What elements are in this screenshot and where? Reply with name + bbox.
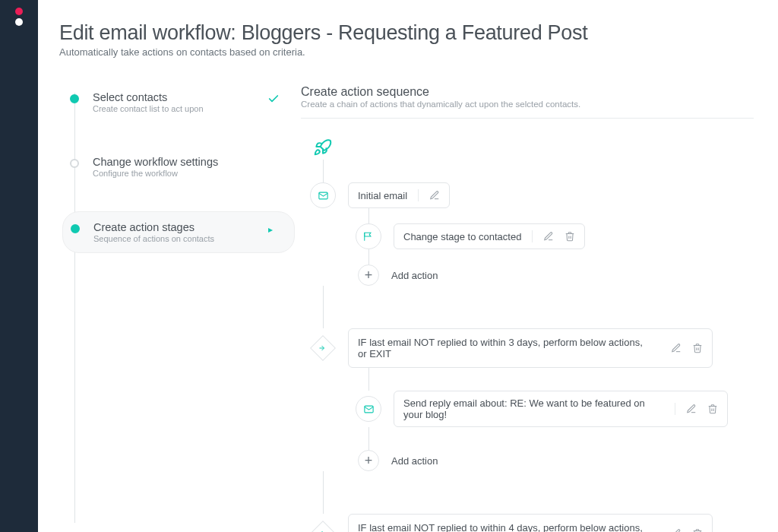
edit-icon[interactable] [543, 231, 554, 242]
mail-icon [310, 182, 336, 208]
brand-dot-white [15, 18, 23, 26]
node-condition-2[interactable]: IF last email NOT replied to within 4 da… [310, 514, 754, 532]
step-create-action-stages[interactable]: Create action stages Sequence of actions… [62, 211, 295, 253]
node-initial-email[interactable]: Initial email [310, 182, 754, 208]
delete-icon[interactable] [707, 404, 718, 414]
flag-icon [356, 223, 381, 249]
check-icon [267, 93, 280, 105]
step-select-contacts[interactable]: Select contacts Create contact list to a… [70, 85, 295, 119]
sequence-title: Create action sequence [301, 85, 754, 99]
step-subtitle: Sequence of actions on contacts [93, 234, 268, 243]
connector-line [368, 368, 369, 391]
node-label: Send reply email about: RE: We want to b… [403, 397, 664, 420]
main-panel: Edit email workflow: Bloggers - Requesti… [38, 0, 778, 532]
add-action-button[interactable]: + Add action [356, 450, 754, 471]
node-label: Initial email [358, 190, 407, 201]
edit-icon[interactable] [686, 404, 697, 414]
stepper: Select contacts Create contact list to a… [59, 85, 295, 532]
node-send-reply-email[interactable]: Send reply email about: RE: We want to b… [356, 391, 754, 427]
page-subtitle: Automatically take actions on contacts b… [59, 46, 754, 58]
node-change-stage[interactable]: Change stage to contacted [356, 223, 754, 249]
divider [301, 118, 754, 119]
condition-diamond [310, 335, 336, 361]
condition-diamond [310, 521, 336, 532]
caret-right-icon: ▸ [268, 224, 273, 235]
step-subtitle: Configure the workflow [93, 169, 286, 178]
exit-arrow-icon [318, 344, 327, 353]
add-action-label: Add action [391, 455, 438, 467]
mail-icon [356, 396, 381, 422]
condition-text: IF last email NOT replied to within 4 da… [358, 522, 650, 532]
add-action-button[interactable]: + Add action [356, 264, 754, 286]
plus-icon: + [358, 264, 379, 286]
connector-line [323, 160, 324, 182]
step-title: Create action stages [93, 221, 268, 233]
step-dot-icon [71, 224, 80, 233]
separator [532, 230, 533, 242]
sequence-flow: Initial email Cha [301, 134, 754, 532]
connector-line [368, 427, 369, 450]
delete-icon[interactable] [692, 343, 703, 353]
step-dot-icon [70, 159, 79, 168]
brand-dot-red [15, 8, 23, 15]
step-dot-icon [70, 94, 79, 103]
plus-icon: + [358, 450, 379, 471]
step-subtitle: Create contact list to act upon [93, 104, 267, 113]
add-action-label: Add action [391, 270, 438, 281]
delete-icon[interactable] [565, 231, 575, 242]
sequence-subtitle: Create a chain of actions that dynamical… [301, 100, 754, 109]
connector-line [323, 471, 324, 514]
rocket-icon [310, 134, 336, 160]
edit-icon[interactable] [429, 190, 440, 201]
separator [418, 189, 419, 201]
edit-icon[interactable] [671, 528, 682, 532]
node-condition-1[interactable]: IF last email NOT replied to within 3 da… [310, 328, 754, 368]
connector-line [368, 249, 369, 264]
step-title: Select contacts [93, 91, 267, 103]
node-label: Change stage to contacted [403, 231, 521, 242]
delete-icon[interactable] [692, 528, 703, 532]
action-sequence-panel: Create action sequence Create a chain of… [295, 85, 754, 532]
step-title: Change workflow settings [93, 156, 286, 168]
exit-arrow-icon [318, 529, 327, 532]
edit-icon[interactable] [671, 343, 682, 353]
separator [675, 403, 675, 415]
connector-line [368, 208, 369, 223]
step-change-workflow-settings[interactable]: Change workflow settings Configure the w… [70, 150, 295, 184]
connector-line [323, 286, 324, 328]
app-left-rail [0, 0, 38, 532]
condition-text: IF last email NOT replied to within 3 da… [358, 337, 650, 359]
page-title: Edit email workflow: Bloggers - Requesti… [59, 21, 754, 45]
